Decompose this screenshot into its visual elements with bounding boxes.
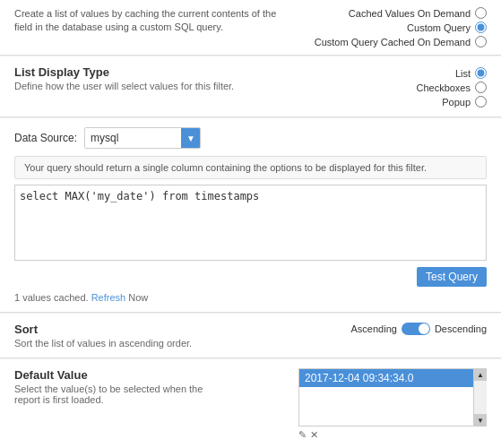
caching-radio-group: Cached Values On Demand Custom Query Cus… <box>315 7 487 47</box>
default-listbox[interactable]: 2017-12-04 09:34:34.0 <box>298 368 474 426</box>
radio-custom-cached-input[interactable] <box>475 36 487 47</box>
list-item[interactable]: 2017-12-04 09:34:34.0 <box>299 369 473 387</box>
sort-section: Sort Sort the list of values in ascendin… <box>0 314 501 358</box>
edit-icon[interactable]: ✎ <box>298 429 307 441</box>
radio-custom-cached[interactable]: Custom Query Cached On Demand <box>315 36 487 47</box>
radio-popup-input[interactable] <box>475 96 487 108</box>
radio-cached-on-demand[interactable]: Cached Values On Demand <box>349 7 487 19</box>
datasource-value: mysql <box>91 132 194 144</box>
test-query-row: Test Query <box>14 267 487 287</box>
datasource-select[interactable]: mysql ▼ <box>84 127 201 149</box>
page-container: Create a list of values by caching the c… <box>0 0 501 448</box>
sort-right: Ascending Descending <box>351 323 487 335</box>
radio-custom-query[interactable]: Custom Query <box>407 22 487 33</box>
descending-label: Descending <box>435 323 487 334</box>
cache-info-row: 1 values cached. Refresh Now <box>14 292 487 303</box>
default-section: Default Value Select the value(s) to be … <box>0 359 501 448</box>
list-display-section: List Display Type Define how the user wi… <box>0 56 501 117</box>
refresh-link[interactable]: Refresh <box>91 292 126 303</box>
radio-popup-label: Popup <box>442 97 471 108</box>
list-display-description: Define how the user will select values f… <box>14 81 416 91</box>
radio-list-label: List <box>455 68 471 79</box>
sort-title: Sort <box>14 323 192 336</box>
default-left: Default Value Select the value(s) to be … <box>14 368 229 405</box>
radio-checkboxes[interactable]: Checkboxes <box>416 82 487 93</box>
list-display-left: List Display Type Define how the user wi… <box>14 65 416 91</box>
remove-icon[interactable]: ✕ <box>310 429 318 441</box>
default-value-description: Select the value(s) to be selected when … <box>14 383 229 405</box>
radio-checkboxes-input[interactable] <box>475 82 487 93</box>
query-hint: Your query should return a single column… <box>14 156 487 179</box>
sort-description: Sort the list of values in ascending ord… <box>14 338 192 349</box>
datasource-arrow-icon[interactable]: ▼ <box>181 127 201 149</box>
radio-checkboxes-label: Checkboxes <box>416 82 471 93</box>
radio-custom-query-input[interactable] <box>475 22 487 33</box>
radio-list[interactable]: List <box>455 67 487 79</box>
default-value-title: Default Value <box>14 368 229 382</box>
radio-cached-on-demand-label: Cached Values On Demand <box>349 8 471 19</box>
default-right: 2017-12-04 09:34:34.0 ▲ ▼ ✎ ✕ <box>298 368 487 441</box>
listbox-actions: ✎ ✕ <box>298 429 487 441</box>
radio-custom-cached-label: Custom Query Cached On Demand <box>315 37 471 47</box>
radio-cached-on-demand-input[interactable] <box>475 7 487 19</box>
radio-custom-query-label: Custom Query <box>407 22 471 33</box>
scroll-down-button[interactable]: ▼ <box>474 414 487 426</box>
query-section: Data Source: mysql ▼ Your query should r… <box>0 118 501 313</box>
ascending-label: Ascending <box>351 323 397 334</box>
radio-popup[interactable]: Popup <box>442 96 487 108</box>
query-textarea[interactable]: select MAX('my_date') from timestamps <box>14 185 487 261</box>
datasource-label: Data Source: <box>14 132 77 144</box>
caching-description: Create a list of values by caching the c… <box>14 7 292 35</box>
list-display-options: List Checkboxes Popup <box>416 67 487 108</box>
sort-toggle[interactable] <box>402 323 430 335</box>
scroll-up-button[interactable]: ▲ <box>474 368 487 381</box>
radio-list-input[interactable] <box>475 67 487 79</box>
toggle-knob <box>419 323 429 334</box>
cache-info-text: 1 values cached. <box>14 292 89 303</box>
test-query-button[interactable]: Test Query <box>417 267 487 287</box>
listbox-scrollbar: ▲ ▼ <box>474 368 487 426</box>
sort-left: Sort Sort the list of values in ascendin… <box>14 323 192 349</box>
datasource-row: Data Source: mysql ▼ <box>14 127 487 149</box>
listbox-wrapper: 2017-12-04 09:34:34.0 ▲ ▼ <box>298 368 487 426</box>
list-display-title: List Display Type <box>14 65 416 79</box>
listbox-inner: 2017-12-04 09:34:34.0 <box>298 368 474 426</box>
top-section: Create a list of values by caching the c… <box>0 0 501 56</box>
now-text: Now <box>128 292 148 303</box>
